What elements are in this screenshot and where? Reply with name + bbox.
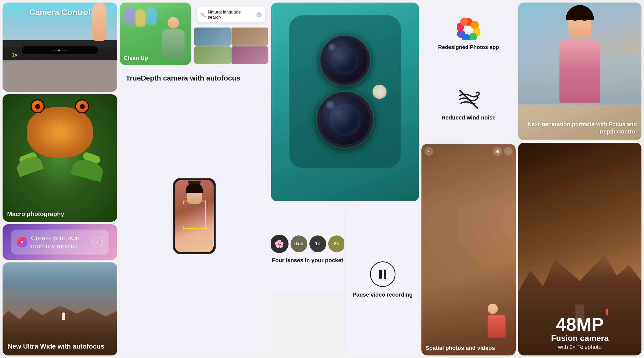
memory-check: ✓ <box>92 237 103 247</box>
redesigned-photos-card: Redesigned Photos app <box>421 3 516 65</box>
pause-button[interactable] <box>370 261 395 287</box>
ultra-wide-label: New Ultra Wide with autofocus <box>8 342 104 350</box>
fusion-camera-card: 48MP Fusion camera with 2× Telephoto <box>518 143 641 355</box>
iphone-center-card <box>271 3 419 201</box>
wind-noise-icon <box>457 88 480 111</box>
lens-one-btn[interactable]: 1× <box>309 235 326 252</box>
portrait-label: Next-generation portraits with Focus and… <box>523 121 637 136</box>
lens-two-btn[interactable]: 2× <box>328 235 344 252</box>
lens-flower-btn[interactable]: 🌸 <box>271 235 289 253</box>
spatial-back-btn[interactable]: ‹ <box>424 147 433 156</box>
svg-point-8 <box>465 25 472 32</box>
spatial-share-btn[interactable]: ↑ <box>504 147 513 156</box>
memory-movies-card: ✦ Create your own memory movies ✓ <box>3 224 117 260</box>
wind-noise-card: Reduced wind noise <box>421 68 516 141</box>
lens-half-btn[interactable]: 0.5× <box>291 235 307 252</box>
search-input-text: Natural language search <box>208 10 254 20</box>
lens-buttons-group: 🌸 0.5× 1× 2× <box>271 235 344 253</box>
macro-label: Macro photography <box>7 210 64 218</box>
ultra-wide-card: New Ultra Wide with autofocus <box>3 262 117 355</box>
svg-point-7 <box>460 18 468 26</box>
truedepth-card: TrueDepth camera with autofocus <box>120 68 269 355</box>
wind-noise-label: Reduced wind noise <box>442 114 496 121</box>
zoom-indicator: 1× <box>11 52 18 59</box>
camera-control-title: Camera Control <box>29 8 90 17</box>
clean-up-label: Clean Up <box>124 55 148 61</box>
spatial-label: Spatial photos and videos <box>426 345 495 351</box>
portrait-woman-card: Next-generation portraits with Focus and… <box>518 3 641 140</box>
four-lenses-card: 🌸 0.5× 1× 2× Four lenses in your pocket <box>271 204 344 294</box>
fusion-title: Fusion camera <box>524 333 635 344</box>
macro-photography-card: Macro photography <box>3 94 117 222</box>
pause-recording-card: Pause video recording <box>346 204 419 355</box>
clean-up-card: Clean Up <box>120 3 191 65</box>
natural-search-card: 🔍 Natural language search ✕ <box>194 3 269 65</box>
truedepth-title: TrueDepth camera with autofocus <box>126 74 263 83</box>
memory-text: Create your own memory movies <box>31 234 89 250</box>
fusion-number: 48MP <box>524 316 635 333</box>
photos-app-icon <box>457 17 480 40</box>
memory-icon: ✦ <box>17 237 28 247</box>
redesigned-photos-label: Redesigned Photos app <box>438 44 499 50</box>
four-lenses-label: Four lenses in your pocket <box>272 257 343 264</box>
spatial-photos-card: ‹ ⚙ ↑ Spatial photos and videos <box>421 144 516 355</box>
spatial-settings-btn[interactable]: ⚙ <box>493 147 502 156</box>
pause-recording-label: Pause video recording <box>353 291 413 298</box>
svg-line-9 <box>460 90 477 108</box>
camera-control-card: 1× Camera Control <box>3 3 117 92</box>
fusion-subtitle: with 2× Telephoto <box>524 344 635 350</box>
svg-point-5 <box>457 30 465 38</box>
